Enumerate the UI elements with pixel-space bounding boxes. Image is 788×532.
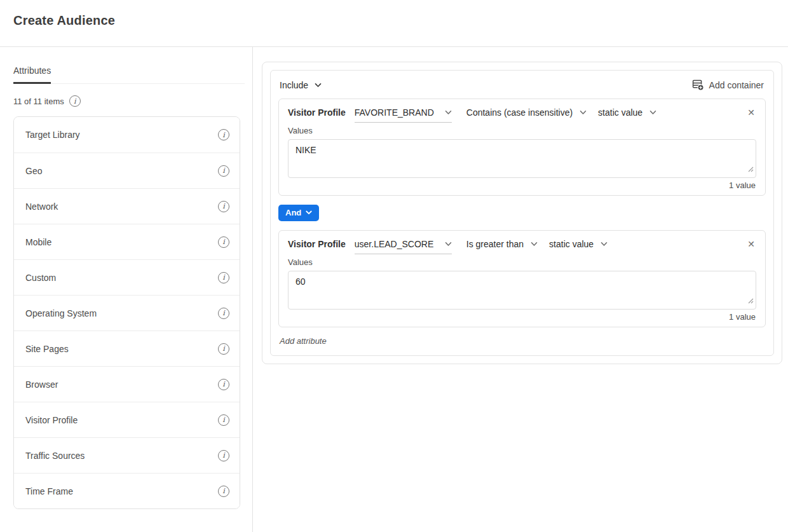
value-type-value: static value (598, 107, 642, 118)
container-header: Include (278, 71, 766, 99)
attribute-select[interactable]: user.LEAD_SCORE (355, 239, 452, 254)
values-textarea[interactable]: NIKE (288, 139, 756, 178)
sidebar-item-time-frame[interactable]: Time Frame i (14, 473, 240, 508)
value-type-select[interactable]: static value (598, 107, 656, 118)
value-count-label: 1 value (288, 312, 756, 322)
rule-row: Visitor Profile FAVORITE_BRAND Contains … (288, 107, 756, 118)
value-count-label: 1 value (288, 181, 756, 190)
sidebar-tabbar: Attributes (13, 65, 245, 84)
sidebar-item-traffic-sources[interactable]: Traffic Sources i (14, 437, 240, 473)
rule-card: Visitor Profile user.LEAD_SCORE Is great… (278, 230, 766, 327)
sidebar-item-label: Network (25, 201, 58, 212)
info-circle-icon[interactable]: i (218, 272, 229, 283)
sidebar-item-geo[interactable]: Geo i (14, 153, 240, 188)
attribute-category-list: Target Library i Geo i Network i Mobile … (13, 116, 240, 509)
sidebar-item-label: Time Frame (25, 486, 73, 496)
sidebar-item-visitor-profile[interactable]: Visitor Profile i (14, 402, 240, 437)
rules-outer-container: Include (262, 62, 782, 364)
info-circle-icon[interactable]: i (218, 236, 229, 248)
sidebar-item-site-pages[interactable]: Site Pages i (14, 331, 240, 366)
main-split: Attributes 11 of 11 items i Target Libra… (0, 47, 788, 532)
sidebar-item-label: Visitor Profile (25, 415, 78, 425)
operator-value: Contains (case insensitive) (466, 107, 573, 118)
container-type-dropdown[interactable]: Include (280, 80, 322, 90)
chevron-down-icon (445, 110, 452, 115)
attribute-value: user.LEAD_SCORE (355, 239, 434, 249)
remove-rule-button[interactable]: ✕ (746, 108, 756, 117)
attribute-value: FAVORITE_BRAND (355, 107, 434, 118)
values-field-wrap: 60 (288, 271, 756, 310)
info-circle-icon[interactable]: i (218, 486, 229, 497)
include-container: Include (270, 70, 774, 356)
sidebar-item-network[interactable]: Network i (14, 188, 240, 224)
attributes-sidebar: Attributes 11 of 11 items i Target Libra… (0, 47, 253, 532)
sidebar-item-label: Traffic Sources (25, 451, 85, 461)
sidebar-item-label: Mobile (25, 237, 51, 247)
operator-value: Is greater than (466, 239, 524, 249)
sidebar-item-label: Target Library (25, 130, 80, 140)
sidebar-item-browser[interactable]: Browser i (14, 366, 240, 402)
sidebar-item-label: Operating System (25, 308, 97, 318)
info-circle-icon[interactable]: i (218, 201, 229, 212)
add-container-icon (692, 79, 704, 91)
chevron-down-icon (580, 110, 587, 115)
info-circle-icon[interactable]: i (218, 343, 229, 355)
info-circle-icon[interactable]: i (218, 129, 229, 140)
sidebar-item-target-library[interactable]: Target Library i (14, 117, 240, 153)
operator-select[interactable]: Is greater than (466, 239, 538, 249)
close-x-icon: ✕ (747, 239, 755, 249)
operator-select[interactable]: Contains (case insensitive) (466, 107, 587, 118)
chevron-down-icon (531, 242, 538, 247)
value-type-select[interactable]: static value (549, 239, 608, 249)
page-title: Create Audience (13, 13, 788, 28)
sidebar-item-mobile[interactable]: Mobile i (14, 224, 240, 259)
and-operator-dropdown[interactable]: And (278, 205, 319, 221)
info-circle-icon[interactable]: i (218, 379, 229, 390)
rule-row: Visitor Profile user.LEAD_SCORE Is great… (288, 239, 756, 249)
add-attribute-link[interactable]: Add attribute (280, 336, 327, 346)
chevron-down-icon (649, 110, 656, 115)
values-field-wrap: NIKE (288, 139, 756, 178)
container-type-label: Include (280, 80, 308, 90)
rule-category-label: Visitor Profile (288, 107, 346, 118)
items-count-label: 11 of 11 items (13, 97, 64, 106)
chevron-down-icon (315, 83, 322, 88)
items-count-row: 11 of 11 items i (13, 95, 245, 107)
close-x-icon: ✕ (747, 107, 755, 118)
info-circle-icon[interactable]: i (218, 414, 229, 426)
rule-card: Visitor Profile FAVORITE_BRAND Contains … (278, 99, 766, 196)
sidebar-item-label: Custom (25, 273, 56, 283)
chevron-down-icon (601, 242, 608, 247)
chevron-down-icon (445, 242, 452, 247)
remove-rule-button[interactable]: ✕ (746, 240, 756, 249)
sidebar-item-custom[interactable]: Custom i (14, 259, 240, 295)
info-circle-icon[interactable]: i (218, 450, 229, 461)
sidebar-item-label: Browser (25, 379, 58, 390)
add-container-button[interactable]: Add container (692, 79, 764, 91)
sidebar-item-label: Geo (25, 166, 42, 176)
info-circle-icon[interactable]: i (218, 308, 229, 319)
page-header: Create Audience (0, 0, 788, 47)
attribute-select[interactable]: FAVORITE_BRAND (355, 107, 452, 123)
rule-category-label: Visitor Profile (288, 239, 346, 249)
audience-builder-canvas: Include (253, 47, 788, 532)
sidebar-item-label: Site Pages (25, 344, 69, 354)
add-container-label: Add container (709, 80, 764, 90)
values-label: Values (288, 126, 756, 135)
values-textarea[interactable]: 60 (288, 271, 756, 310)
sidebar-item-operating-system[interactable]: Operating System i (14, 295, 240, 331)
value-type-value: static value (549, 239, 594, 249)
tab-attributes[interactable]: Attributes (13, 65, 51, 84)
info-circle-icon[interactable]: i (218, 165, 229, 177)
chevron-down-icon (306, 210, 312, 215)
info-circle-icon[interactable]: i (69, 95, 81, 107)
values-label: Values (288, 257, 756, 267)
and-label: And (285, 208, 301, 217)
